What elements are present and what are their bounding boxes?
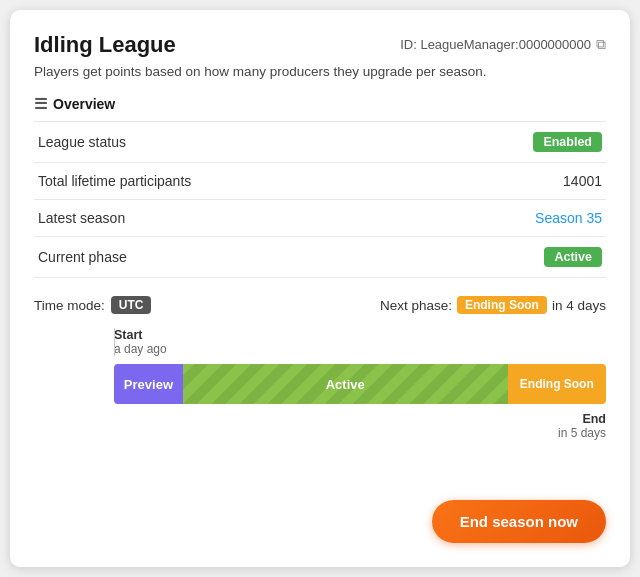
active-bar: Active xyxy=(183,364,508,404)
overview-section-label: ☰ Overview xyxy=(34,95,606,113)
row-label: Latest season xyxy=(34,200,377,237)
end-info: End in 5 days xyxy=(34,412,606,440)
end-time: in 5 days xyxy=(558,426,606,440)
time-mode-row: Time mode: UTC Next phase: Ending Soon i… xyxy=(34,296,606,314)
card-footer: End season now xyxy=(34,500,606,543)
timeline-bars: Preview Active Ending Soon xyxy=(114,364,606,404)
table-row: Current phase Active xyxy=(34,237,606,278)
row-value: 14001 xyxy=(377,163,606,200)
timeline-divider xyxy=(114,328,115,356)
copy-icon[interactable]: ⧉ xyxy=(596,36,606,53)
row-value: Active xyxy=(377,237,606,278)
utc-badge: UTC xyxy=(111,296,152,314)
preview-bar: Preview xyxy=(114,364,183,404)
end-label: End xyxy=(558,412,606,426)
end-season-button[interactable]: End season now xyxy=(432,500,606,543)
table-row: Latest season Season 35 xyxy=(34,200,606,237)
time-mode-left: Time mode: UTC xyxy=(34,296,151,314)
season-link[interactable]: Season 35 xyxy=(535,210,602,226)
phase-badge: Active xyxy=(544,247,602,267)
row-label: League status xyxy=(34,122,377,163)
card-description: Players get points based on how many pro… xyxy=(34,64,606,79)
time-mode-label: Time mode: xyxy=(34,298,105,313)
next-phase-label: Next phase: xyxy=(380,298,452,313)
status-badge: Enabled xyxy=(533,132,602,152)
start-time: a day ago xyxy=(114,342,606,356)
card-title: Idling League xyxy=(34,32,176,58)
card-header: Idling League ID: LeagueManager:00000000… xyxy=(34,32,606,58)
start-label: Start xyxy=(114,328,606,342)
id-label: ID: LeagueManager:0000000000 xyxy=(400,37,591,52)
ending-soon-badge: Ending Soon xyxy=(457,296,547,314)
row-value: Season 35 xyxy=(377,200,606,237)
table-row: League status Enabled xyxy=(34,122,606,163)
overview-table: League status Enabled Total lifetime par… xyxy=(34,121,606,278)
ending-soon-bar: Ending Soon xyxy=(508,364,606,404)
next-phase-info: Next phase: Ending Soon in 4 days xyxy=(380,296,606,314)
row-label: Current phase xyxy=(34,237,377,278)
league-card: Idling League ID: LeagueManager:00000000… xyxy=(10,10,630,567)
overview-label: Overview xyxy=(53,96,115,112)
card-id: ID: LeagueManager:0000000000 ⧉ xyxy=(400,36,606,53)
row-label: Total lifetime participants xyxy=(34,163,377,200)
row-value: Enabled xyxy=(377,122,606,163)
table-row: Total lifetime participants 14001 xyxy=(34,163,606,200)
list-icon: ☰ xyxy=(34,95,47,113)
next-phase-suffix: in 4 days xyxy=(552,298,606,313)
timeline-container: Start a day ago Preview Active Ending So… xyxy=(34,328,606,440)
